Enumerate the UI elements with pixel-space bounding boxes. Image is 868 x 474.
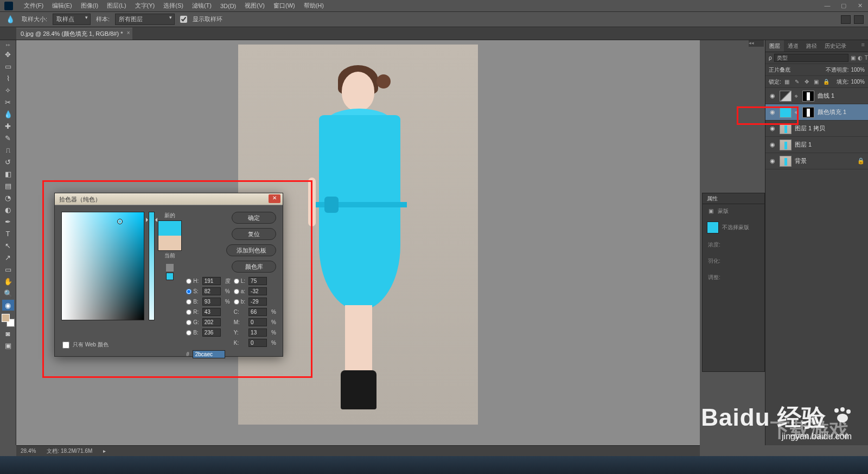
- zoom-tool[interactable]: 🔍: [2, 288, 14, 299]
- layer-name[interactable]: 图层 1 拷贝: [795, 124, 865, 132]
- layer-thumb[interactable]: [780, 140, 792, 150]
- g-input[interactable]: [202, 318, 221, 326]
- maximize-icon[interactable]: ▢: [835, 2, 852, 9]
- quick-mask-tool[interactable]: ◙: [2, 328, 14, 339]
- color-libraries-button[interactable]: 颜色库: [232, 261, 276, 273]
- y-input[interactable]: [248, 328, 267, 337]
- a-input[interactable]: [248, 287, 267, 295]
- shape-tool[interactable]: ▭: [2, 264, 14, 275]
- ok-button[interactable]: 确定: [232, 212, 276, 224]
- color-sampler-tool[interactable]: ◉: [2, 300, 14, 311]
- h-radio[interactable]: [186, 279, 192, 284]
- eraser-tool[interactable]: ◧: [2, 168, 14, 179]
- g-radio[interactable]: [186, 320, 192, 325]
- tab-close-icon[interactable]: ×: [127, 30, 130, 36]
- color-swatches[interactable]: [2, 314, 15, 327]
- show-ring-checkbox[interactable]: [180, 16, 187, 23]
- color-picker-titlebar[interactable]: 拾色器（纯色） ✕: [55, 193, 283, 205]
- panels-button[interactable]: [854, 15, 864, 24]
- stamp-tool[interactable]: ⎍: [2, 144, 14, 155]
- doc-size[interactable]: 文档: 18.2M/71.6M: [47, 447, 92, 455]
- s-input[interactable]: [202, 287, 221, 295]
- toolbox-collapse-icon[interactable]: ▸▸: [2, 42, 15, 48]
- lock-position-icon[interactable]: ✥: [803, 78, 810, 86]
- layer-name[interactable]: 颜色填充 1: [818, 108, 865, 116]
- close-icon[interactable]: ✕: [852, 2, 868, 9]
- lock-pixels-icon[interactable]: ✎: [793, 78, 801, 86]
- eyedropper-tool[interactable]: 💧: [2, 109, 14, 119]
- tab-layers[interactable]: 图层: [765, 40, 784, 52]
- c-input[interactable]: [248, 308, 267, 316]
- a-radio[interactable]: [234, 289, 239, 294]
- foreground-color-swatch[interactable]: [2, 314, 10, 322]
- fill-value[interactable]: 100%: [851, 79, 865, 85]
- lock-transparency-icon[interactable]: ▦: [783, 78, 791, 86]
- type-tool[interactable]: T: [2, 228, 14, 239]
- bri-radio[interactable]: [186, 299, 192, 305]
- marquee-tool[interactable]: ▭: [2, 61, 14, 72]
- menu-edit[interactable]: 编辑(E): [49, 1, 75, 11]
- layer-row-layer1[interactable]: ◉ 图层 1: [765, 137, 868, 153]
- panel-dock-collapse-icon[interactable]: ◂◂: [749, 40, 764, 47]
- lock-all-icon[interactable]: 🔒: [822, 78, 830, 86]
- menu-layer[interactable]: 图层(L): [104, 1, 129, 11]
- layer-name[interactable]: 曲线 1: [818, 92, 865, 100]
- minimize-icon[interactable]: —: [819, 2, 835, 9]
- status-chevron-icon[interactable]: ▸: [103, 448, 106, 454]
- brush-tool[interactable]: ✎: [2, 132, 14, 143]
- filter-pixel-icon[interactable]: ▣: [851, 54, 856, 62]
- menu-filter[interactable]: 滤镜(T): [189, 1, 215, 11]
- layer-thumb-curves-icon[interactable]: [780, 91, 792, 102]
- menu-help[interactable]: 帮助(H): [301, 1, 327, 11]
- hand-tool[interactable]: ✋: [2, 276, 14, 287]
- color-swatch-compare[interactable]: [158, 220, 182, 251]
- b-radio[interactable]: [186, 330, 192, 336]
- tab-channels[interactable]: 通道: [784, 40, 802, 52]
- gamut-warning-icon[interactable]: [166, 264, 174, 271]
- blur-tool[interactable]: ◔: [2, 192, 14, 203]
- direct-select-tool[interactable]: ↗: [2, 252, 14, 263]
- layer-name[interactable]: 背景: [795, 157, 854, 165]
- zoom-level[interactable]: 28.4%: [21, 448, 36, 454]
- layer-thumb[interactable]: [780, 156, 792, 167]
- properties-color-swatch[interactable]: [707, 222, 719, 233]
- b-input[interactable]: [202, 328, 221, 337]
- menu-view[interactable]: 视图(V): [241, 1, 268, 11]
- layer-row-background[interactable]: ◉ 背景 🔒: [765, 153, 868, 169]
- tab-history[interactable]: 历史记录: [821, 40, 850, 52]
- l-input[interactable]: [248, 277, 267, 285]
- panel-menu-icon[interactable]: ≡: [858, 40, 868, 52]
- move-tool[interactable]: ✥: [2, 49, 14, 60]
- lasso-tool[interactable]: ⌇: [2, 73, 14, 84]
- visibility-toggle-icon[interactable]: ◉: [769, 157, 776, 165]
- m-input[interactable]: [248, 318, 267, 326]
- visibility-toggle-icon[interactable]: ◉: [769, 141, 776, 148]
- k-input[interactable]: [248, 339, 267, 347]
- s-radio[interactable]: [186, 289, 192, 294]
- sample-size-dropdown[interactable]: 取样点: [53, 14, 91, 25]
- menu-type[interactable]: 文字(Y): [132, 1, 158, 11]
- pen-tool[interactable]: ✒: [2, 216, 14, 227]
- web-colors-checkbox[interactable]: [62, 342, 69, 349]
- menu-file[interactable]: 文件(F): [21, 1, 47, 11]
- sample-layers-dropdown[interactable]: 所有图层: [115, 14, 175, 25]
- layer-name[interactable]: 图层 1: [795, 141, 865, 149]
- menu-window[interactable]: 窗口(W): [270, 1, 298, 11]
- bri-input[interactable]: [202, 298, 221, 306]
- workspace-button[interactable]: [841, 15, 851, 24]
- filter-type-icon[interactable]: T: [865, 54, 868, 62]
- color-picker-close-icon[interactable]: ✕: [269, 194, 280, 203]
- reset-button[interactable]: 复位: [232, 228, 276, 240]
- layer-mask-thumb[interactable]: [802, 91, 814, 102]
- h-input[interactable]: [202, 277, 221, 285]
- document-tab[interactable]: 0.jpg @ 28.4% (颜色填充 1, RGB/8#) * ×: [16, 28, 132, 40]
- healing-tool[interactable]: ✚: [2, 121, 14, 131]
- menu-select[interactable]: 选择(S): [160, 1, 187, 11]
- l-radio[interactable]: [234, 279, 239, 284]
- filter-kind-icon[interactable]: ρ: [769, 55, 772, 61]
- websafe-swatch-icon[interactable]: [166, 273, 174, 280]
- visibility-toggle-icon[interactable]: ◉: [769, 92, 776, 99]
- r-input[interactable]: [202, 308, 221, 316]
- magic-wand-tool[interactable]: ✧: [2, 85, 14, 96]
- b-lab-radio[interactable]: [234, 299, 239, 305]
